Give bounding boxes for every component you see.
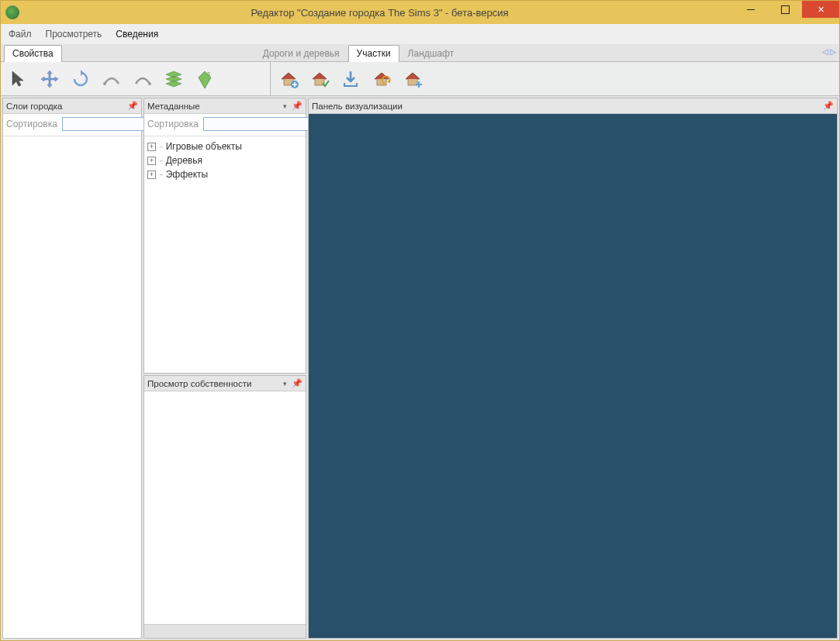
panel-menu-icon[interactable]: ▾ [283,380,287,388]
expand-icon[interactable]: + [147,157,156,165]
move-arrows-icon [39,68,60,90]
tree-label: Эффекты [166,169,209,180]
property-body [144,391,306,624]
tool-pointer[interactable] [5,66,32,92]
tree-label: Деревья [166,155,202,166]
menu-about[interactable]: Сведения [116,29,158,40]
pin-icon[interactable]: 📌 [292,101,302,111]
tree-item-trees[interactable]: + ·· Деревья [146,153,304,167]
panel-viewport-title: Панель визуализации [312,102,403,111]
layers-sort-row: Сортировка [3,114,141,136]
metadata-sort-label: Сортировка [147,119,199,129]
tool-move[interactable] [36,66,63,92]
metadata-tree: + ·· Игровые объекты + ·· Деревья + ·· Э… [144,136,306,373]
tool-rotate[interactable] [67,66,94,92]
expand-icon[interactable]: + [147,171,156,179]
panel-layers-header: Слои городка 📌 [3,98,141,114]
rotate-icon [70,68,92,90]
pin-icon[interactable]: 📌 [127,101,138,111]
grid-icon [163,68,185,90]
tool-arc-right[interactable] [130,66,156,92]
app-icon [5,5,19,19]
column-layers: Слои городка 📌 Сортировка [2,98,142,639]
diamond-icon: 3 [194,68,216,90]
svg-text:3: 3 [207,71,210,77]
tool-lot-check[interactable] [306,66,333,92]
tab-lots[interactable]: Участки [348,45,399,62]
panel-property-title: Просмотр собственности [147,379,251,388]
expand-icon[interactable]: + [147,143,156,151]
tab-group-left: Свойства [4,44,62,61]
arc-left-icon [101,68,123,90]
panel-metadata: Метаданные ▾ 📌 Сортировка + ·· Игровые о… [143,98,306,374]
pointer-icon [8,68,29,90]
titlebar: Редактор "Создание городка The Sims 3" -… [1,1,839,24]
download-icon [340,68,361,90]
panel-layers: Слои городка 📌 Сортировка [2,98,142,639]
tool-lot-add[interactable] [275,66,302,92]
layers-sort-label: Сортировка [6,119,57,129]
menu-view[interactable]: Просмотреть [46,29,102,40]
svg-point-0 [103,82,106,85]
window-controls [734,1,839,24]
menu-file[interactable]: Файл [9,29,32,40]
tab-properties[interactable]: Свойства [4,45,62,62]
tab-landscape[interactable]: Ландшафт [399,45,463,62]
tool-arc-left[interactable] [99,66,125,92]
app-window: Редактор "Создание городка The Sims 3" -… [0,0,840,641]
house-add-icon [402,68,423,90]
panel-metadata-title: Метаданные [147,102,200,111]
tree-item-effects[interactable]: + ·· Эффекты [146,167,304,181]
toolbar-left: 3 [1,62,271,95]
tab-nav: ◁ ▷ [822,47,836,56]
tool-diamond[interactable]: 3 [192,66,218,92]
menubar: Файл Просмотреть Сведения [1,24,839,44]
window-title: Редактор "Создание городка The Sims 3" -… [26,7,734,19]
arc-right-icon [132,68,154,90]
panel-property-header: Просмотр собственности ▾ 📌 [144,376,306,391]
tool-lot-rotate[interactable] [368,66,395,92]
house-plus-icon [278,68,299,90]
panel-viewport-header: Панель визуализации 📌 [309,98,837,114]
panel-viewport: Панель визуализации 📌 [308,98,838,639]
pin-icon[interactable]: 📌 [292,378,302,388]
tool-grid[interactable] [161,66,187,92]
tab-nav-prev-icon[interactable]: ◁ [822,47,828,56]
tab-roads[interactable]: Дороги и деревья [254,45,348,62]
panel-layers-title: Слои городка [6,102,62,111]
workspace: Слои городка 📌 Сортировка Метаданные ▾ 📌 [1,96,839,640]
toolbar-row: 3 [1,62,839,96]
pin-icon[interactable]: 📌 [823,101,834,111]
panel-property-view: Просмотр собственности ▾ 📌 [143,375,306,639]
maximize-button[interactable] [768,1,802,18]
toolbar-right [271,62,839,95]
tab-group-right: Дороги и деревья Участки Ландшафт [254,44,462,61]
tool-lot-new[interactable] [399,66,426,92]
column-viewport: Панель визуализации 📌 [308,98,838,639]
tab-nav-next-icon[interactable]: ▷ [830,47,836,56]
svg-point-1 [148,82,151,85]
house-rotate-icon [371,68,392,90]
layers-body [3,136,141,638]
viewport-canvas[interactable] [309,114,837,638]
close-button[interactable] [802,1,839,18]
minimize-button[interactable] [734,1,768,18]
panel-metadata-header: Метаданные ▾ 📌 [144,98,306,114]
tree-item-game-objects[interactable]: + ·· Игровые объекты [146,140,304,153]
house-check-icon [309,68,330,90]
tree-label: Игровые объекты [166,141,242,152]
tab-row: Свойства Дороги и деревья Участки Ландша… [1,44,839,62]
tool-import[interactable] [337,66,364,92]
metadata-sort-row: Сортировка [144,114,306,136]
column-middle: Метаданные ▾ 📌 Сортировка + ·· Игровые о… [143,98,306,639]
panel-menu-icon[interactable]: ▾ [283,102,287,110]
property-status-strip [144,624,306,638]
